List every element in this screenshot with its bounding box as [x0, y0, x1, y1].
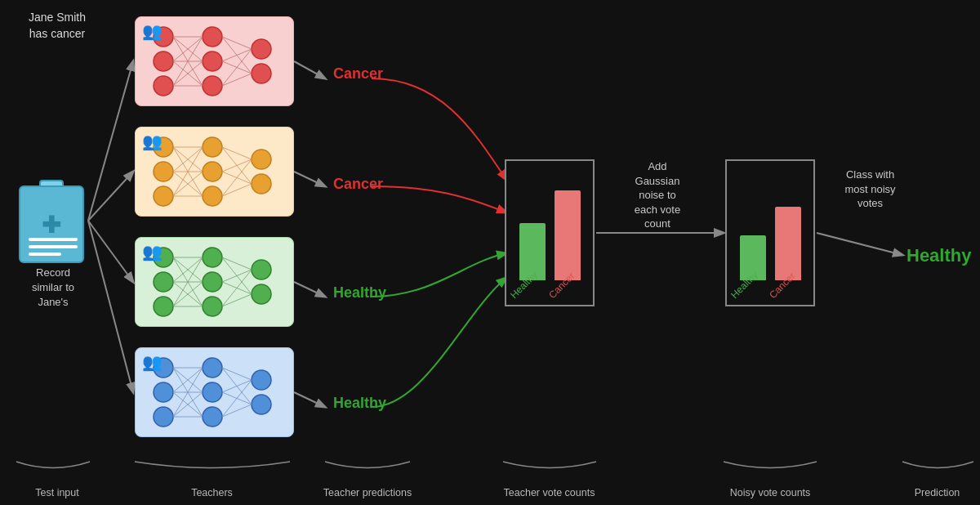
class-most-noisy: Class withmost noisyvotes	[823, 168, 917, 211]
svg-point-19	[252, 39, 271, 59]
nn-box-2: 👥	[135, 127, 294, 217]
svg-line-81	[222, 294, 252, 306]
svg-point-39	[203, 137, 222, 157]
svg-point-83	[154, 382, 173, 402]
svg-point-15	[154, 76, 173, 96]
cancer-bar-1	[555, 190, 581, 280]
svg-point-41	[203, 186, 222, 206]
svg-point-18	[203, 76, 222, 96]
nn-box-1: 👥	[135, 16, 294, 106]
pred-label-3: Healthy	[333, 284, 386, 302]
teacher-icon-3: 👥	[142, 242, 163, 261]
nn-box-3: 👥	[135, 237, 294, 327]
pred-label-4: Healthy	[333, 395, 386, 412]
svg-point-85	[203, 358, 222, 378]
final-prediction: Healthy	[906, 245, 971, 266]
svg-point-86	[203, 382, 222, 402]
svg-line-4	[294, 61, 325, 78]
record-label: Recordsimilar toJane's	[4, 266, 102, 311]
teacher-icon-4: 👥	[142, 352, 163, 372]
svg-line-34	[222, 49, 252, 86]
svg-line-76	[222, 257, 252, 270]
svg-line-55	[222, 159, 252, 172]
svg-point-66	[252, 284, 271, 304]
svg-line-99	[222, 368, 252, 380]
teacher-predictions-label: Teacher predictions	[318, 487, 416, 498]
svg-line-1	[88, 172, 133, 221]
svg-point-63	[203, 272, 222, 292]
svg-line-32	[222, 49, 252, 61]
svg-point-38	[154, 186, 173, 206]
gaussian-annotation: AddGaussiannoise toeach votecount	[604, 159, 710, 231]
jane-label: Jane Smithhas cancer	[29, 10, 86, 42]
svg-line-103	[222, 380, 252, 417]
svg-point-43	[252, 174, 271, 194]
svg-line-5	[294, 172, 325, 186]
svg-point-65	[252, 260, 271, 279]
svg-point-42	[252, 150, 271, 169]
svg-line-58	[222, 184, 252, 196]
svg-line-78	[222, 270, 252, 282]
svg-point-87	[203, 407, 222, 427]
svg-line-35	[222, 74, 252, 86]
svg-line-80	[222, 270, 252, 306]
teacher-vote-counts-label: Teacher vote counts	[498, 487, 600, 498]
svg-line-104	[222, 404, 252, 417]
vote-chart-2: Healthy Cancer	[725, 159, 815, 306]
svg-line-9	[817, 233, 902, 255]
svg-line-101	[222, 380, 252, 392]
teacher-icon-1: 👥	[142, 21, 163, 41]
teachers-label: Teachers	[132, 487, 292, 498]
teacher-icon-2: 👥	[142, 132, 163, 151]
pred-label-2: Cancer	[333, 176, 383, 193]
svg-point-17	[203, 51, 222, 71]
test-input-label: Test input	[12, 487, 102, 498]
diagram: Jane Smithhas cancer ✚ Recordsimilar toJ…	[0, 0, 980, 505]
svg-line-30	[222, 37, 252, 49]
svg-line-7	[294, 392, 325, 407]
svg-point-16	[203, 27, 222, 47]
svg-point-14	[154, 51, 173, 71]
nn-box-4: 👥	[135, 347, 294, 437]
clipboard-icon: ✚	[15, 176, 88, 266]
svg-point-60	[154, 272, 173, 292]
svg-point-88	[252, 370, 271, 390]
cancer-bar-2	[775, 207, 801, 280]
noisy-vote-counts-label: Noisy vote counts	[717, 487, 823, 498]
vote-chart-1: Healthy Cancer	[505, 159, 595, 306]
svg-line-53	[222, 147, 252, 159]
svg-point-61	[154, 297, 173, 316]
svg-point-64	[203, 297, 222, 316]
svg-point-62	[203, 248, 222, 267]
pred-label-1: Cancer	[333, 65, 383, 83]
svg-point-84	[154, 407, 173, 427]
svg-line-0	[88, 61, 133, 221]
svg-point-89	[252, 395, 271, 414]
svg-line-57	[222, 159, 252, 196]
svg-point-37	[154, 162, 173, 181]
svg-point-20	[252, 64, 271, 83]
svg-line-6	[294, 282, 325, 297]
svg-point-40	[203, 162, 222, 181]
prediction-label: Prediction	[898, 487, 976, 498]
